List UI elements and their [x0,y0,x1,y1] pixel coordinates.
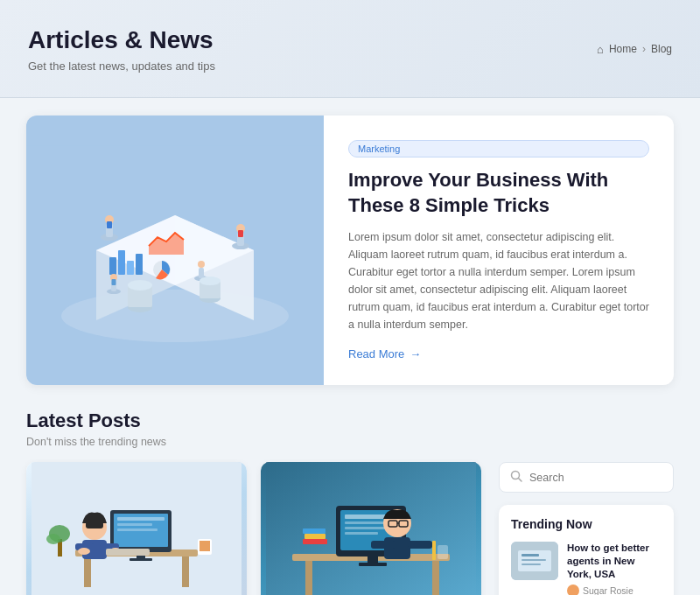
latest-posts-section: Latest Posts Don't miss the trending new… [26,410,674,595]
svg-rect-60 [432,561,439,595]
page-header: Articles & News Get the latest news, upd… [0,0,700,98]
svg-rect-8 [136,254,143,275]
breadcrumb-home[interactable]: Home [609,43,637,55]
svg-point-28 [128,280,152,290]
featured-content: Marketing Improve Your Business With The… [324,116,674,385]
svg-rect-76 [303,539,327,544]
svg-rect-85 [522,554,539,556]
svg-rect-77 [304,534,326,539]
posts-row: News 21 Job Interview Tips: How To Make … [26,462,481,595]
featured-title: Improve Your Business With These 8 Simpl… [348,168,649,218]
svg-rect-39 [117,523,152,526]
svg-rect-18 [238,230,243,237]
latest-posts-subtitle: Don't miss the trending news [26,436,674,448]
svg-rect-78 [303,528,326,534]
svg-rect-75 [408,541,432,549]
svg-point-55 [46,534,60,544]
svg-rect-14 [107,221,112,228]
page-subtitle: Get the latest news, updates and tips [28,60,672,73]
svg-point-31 [200,276,220,285]
svg-point-25 [198,261,205,268]
svg-rect-68 [359,563,387,566]
svg-rect-42 [130,558,152,561]
post-image-2 [261,462,481,595]
svg-rect-65 [345,527,390,529]
svg-rect-79 [432,541,436,560]
svg-rect-38 [117,517,164,521]
svg-rect-7 [127,261,134,275]
trending-author-1: Sugar Rosie [567,584,662,595]
svg-rect-50 [106,549,150,556]
svg-rect-74 [371,541,396,549]
svg-rect-86 [522,559,546,561]
svg-rect-40 [117,528,158,531]
svg-rect-35 [182,556,189,587]
featured-tag: Marketing [348,140,649,158]
svg-rect-80 [438,545,448,559]
svg-rect-67 [368,556,378,564]
svg-rect-24 [199,268,204,278]
svg-rect-5 [109,257,116,275]
svg-rect-59 [305,561,312,595]
svg-rect-22 [112,279,116,285]
featured-excerpt: Lorem ipsum dolor sit amet, consectetur … [348,228,649,333]
main-content: Marketing Improve Your Business With The… [9,98,691,595]
svg-point-1 [61,290,289,342]
breadcrumb-separator: › [642,43,646,55]
sidebar: Trending Now [499,462,674,595]
svg-rect-44 [86,522,103,528]
svg-line-82 [519,479,522,482]
breadcrumb-current: Blog [651,43,672,55]
posts-grid: News 21 Job Interview Tips: How To Make … [26,462,481,595]
trending-item-1[interactable]: How to get better agents in New York, US… [511,542,662,595]
post-image-1 [26,462,247,595]
arrow-right-icon: → [410,347,421,360]
svg-rect-52 [200,541,210,551]
svg-point-48 [78,548,90,555]
latest-posts-title: Latest Posts [26,410,674,432]
trending-title: Trending Now [511,517,662,531]
breadcrumb: ⌂ Home › Blog [597,42,672,55]
post-card-2[interactable]: News 21 Job Interview Tips: How To Make … [261,462,481,595]
search-icon [510,470,522,485]
svg-rect-66 [345,532,378,535]
search-box[interactable] [499,462,674,493]
featured-card: Marketing Improve Your Business With The… [26,116,674,385]
page-title: Articles & News [28,26,672,54]
trending-info-1: How to get better agents in New York, US… [567,542,662,595]
posts-layout: News 21 Job Interview Tips: How To Make … [26,462,674,595]
featured-image [26,116,324,385]
author-avatar-1 [567,584,579,595]
svg-rect-34 [84,556,91,587]
trending-item-title-1: How to get better agents in New York, US… [567,542,662,581]
trending-widget: Trending Now [499,505,674,595]
read-more-link[interactable]: Read More → [348,347,649,360]
post-card-1[interactable]: News 21 Job Interview Tips: How To Make … [26,462,247,595]
search-input[interactable] [529,472,662,484]
svg-rect-87 [522,564,541,565]
svg-rect-6 [118,250,125,275]
home-icon: ⌂ [597,42,604,55]
trending-thumb-1 [511,542,558,580]
svg-rect-64 [345,522,384,524]
